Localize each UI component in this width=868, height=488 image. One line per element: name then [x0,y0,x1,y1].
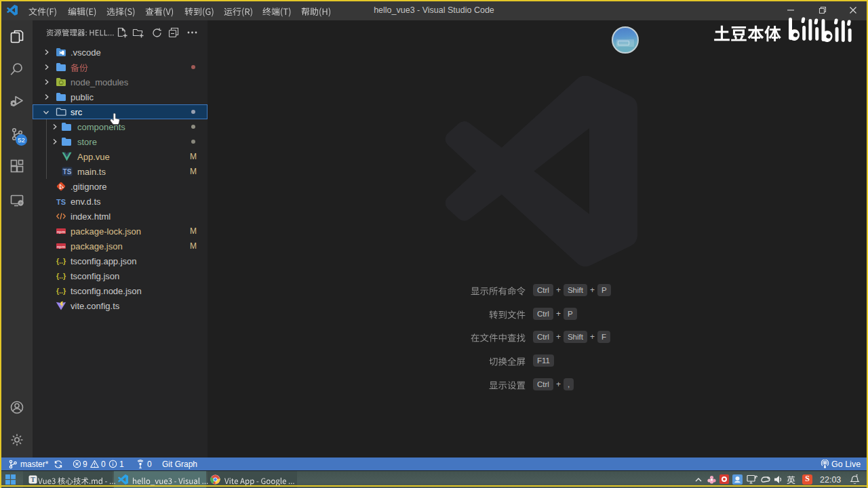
svg-text:TS: TS [56,198,66,206]
svg-text:{..}: {..} [56,257,66,265]
svg-text:npm: npm [57,245,66,249]
svg-text:T: T [31,476,35,483]
svg-text:{..}: {..} [56,272,66,280]
svg-text:TS: TS [63,168,72,176]
svg-text:npm: npm [57,230,66,234]
svg-text:{..}: {..} [56,287,66,295]
